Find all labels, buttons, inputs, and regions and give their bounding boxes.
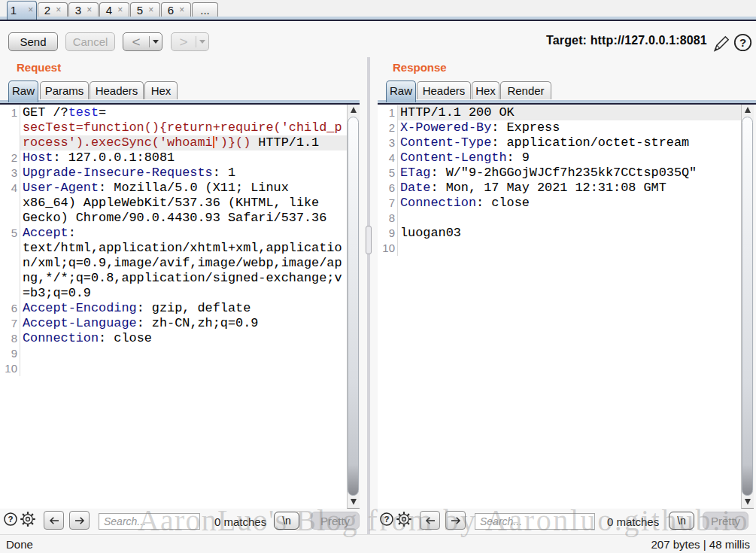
- svg-text:?: ?: [8, 515, 13, 524]
- svg-text:?: ?: [384, 515, 389, 524]
- svg-text:?: ?: [739, 36, 746, 49]
